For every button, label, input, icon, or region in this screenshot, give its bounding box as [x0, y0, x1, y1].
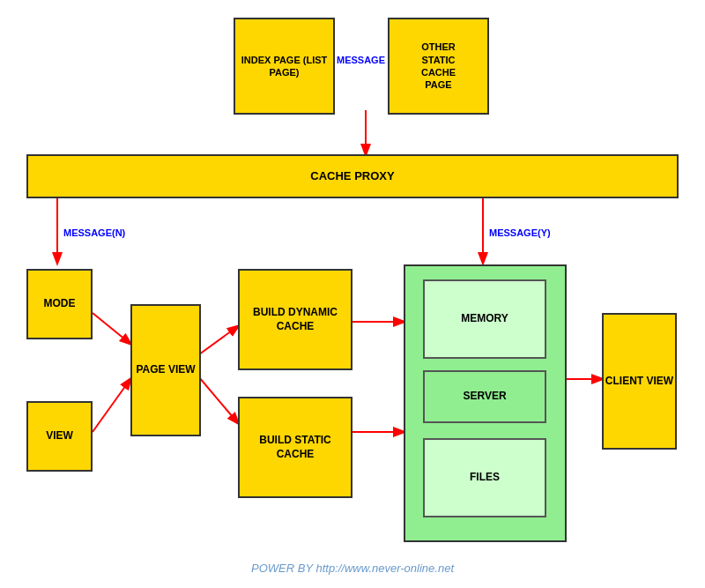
page-view-box: PAGE VIEW	[130, 304, 201, 436]
index-page-box: INDEX PAGE (LIST PAGE)	[234, 18, 335, 115]
memory-box: MEMORY	[423, 279, 546, 359]
mode-box: MODE	[26, 269, 93, 339]
server-box: SERVER	[423, 370, 546, 423]
cache-container: MEMORY SERVER FILES	[404, 264, 567, 542]
message-y-label: MESSAGE(Y)	[489, 227, 551, 238]
view-box: VIEW	[26, 401, 93, 472]
files-box: FILES	[423, 438, 546, 517]
svg-line-3	[93, 313, 130, 344]
arrows-layer	[0, 0, 705, 588]
build-static-box: BUILD STATIC CACHE	[238, 397, 352, 498]
build-dynamic-box: BUILD DYNAMIC CACHE	[238, 269, 352, 370]
message-label: MESSAGE	[337, 55, 385, 65]
client-view-box: CLIENT VIEW	[602, 313, 677, 450]
diagram: INDEX PAGE (LIST PAGE) OTHERSTATICCACHEP…	[0, 0, 705, 588]
message-n-label: MESSAGE(N)	[63, 227, 125, 238]
other-static-box: OTHERSTATICCACHEPAGE	[388, 18, 489, 115]
cache-proxy-box: CACHE PROXY	[26, 154, 679, 198]
svg-line-4	[93, 379, 130, 432]
footer-text: POWER BY http://www.never-online.net	[0, 562, 705, 575]
